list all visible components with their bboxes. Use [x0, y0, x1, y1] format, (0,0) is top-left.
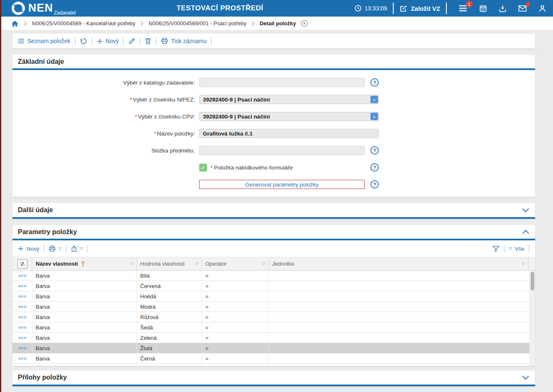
open-picker-button[interactable]: ›	[370, 96, 378, 103]
header-separator	[446, 2, 447, 14]
breadcrumb-item[interactable]: N006/25/V00004569 - Kancelářské potřeby	[32, 20, 135, 27]
field-row-nazev: *Název položky: Grafitová tužka č.1	[12, 129, 535, 138]
table-row[interactable]: Barva Černá =	[12, 353, 530, 364]
sort-asc-icon	[81, 261, 85, 267]
calendar-icon	[479, 5, 487, 12]
table-row[interactable]: Barva Hnědá =	[12, 291, 530, 302]
checkbox-label: * Položka nabídkového formuláře	[210, 165, 293, 171]
toolbar-separator	[504, 245, 504, 252]
field-label: Složka předmětu:	[12, 148, 195, 154]
nipez-picker-field[interactable]: 39292400-9 | Psací náčiní›	[199, 95, 379, 104]
export-menu-button[interactable]: ▽	[71, 245, 83, 252]
row-actions-icon[interactable]	[19, 358, 26, 360]
downloads-button[interactable]	[499, 5, 507, 12]
print-record-button[interactable]: Tisk záznamu	[161, 38, 207, 44]
list-items-button[interactable]: Seznam položek	[18, 38, 71, 44]
dropdown-triangle-icon: ▽	[58, 247, 61, 251]
breadcrumb-chevron-icon	[140, 21, 144, 26]
parameters-toolbar: Nový ▽ ▽ ▽ Vše	[12, 240, 535, 257]
field-row-katalog: Výběr z katalogu zadavatele: › ?	[12, 78, 535, 87]
column-filter-icon[interactable]: ▽	[262, 262, 265, 266]
column-header-jednotka[interactable]: Jednotka▽	[269, 257, 529, 270]
toolbar-separator	[75, 37, 76, 45]
open-picker-button[interactable]: ›	[370, 113, 378, 120]
row-actions-icon[interactable]	[19, 316, 26, 318]
chevron-down-icon[interactable]	[522, 208, 529, 213]
row-actions-icon[interactable]	[19, 337, 26, 339]
messages-button[interactable]	[518, 5, 527, 12]
menu-button[interactable]: 1	[458, 5, 468, 12]
column-filter-icon[interactable]: ▽	[130, 262, 133, 266]
column-filter-icon[interactable]: ▽	[195, 262, 198, 266]
header-separator	[393, 2, 394, 14]
row-actions-icon[interactable]	[19, 327, 26, 329]
close-tab-icon[interactable]	[301, 20, 308, 27]
row-actions-icon[interactable]	[19, 275, 26, 277]
table-row-selected[interactable]: Barva Žlutá =	[12, 343, 530, 353]
table-row[interactable]: Barva Šedá =	[12, 322, 530, 333]
print-record-label: Tisk záznamu	[171, 38, 207, 44]
pencil-icon	[128, 38, 135, 45]
profile-button[interactable]	[538, 5, 546, 12]
home-icon[interactable]	[11, 20, 19, 27]
toolbar-separator	[44, 245, 44, 252]
section-title: Další údaje	[18, 206, 53, 214]
filter-icon[interactable]	[492, 245, 499, 252]
new-parameter-button[interactable]: Nový	[18, 246, 39, 252]
table-row[interactable]: Barva Červená =	[12, 281, 530, 291]
katalog-picker-field[interactable]: ›	[199, 78, 365, 87]
column-filter-icon[interactable]: ▽	[522, 262, 525, 266]
help-icon[interactable]: ?	[370, 180, 379, 189]
row-actions-icon[interactable]	[19, 285, 26, 287]
nen-logo[interactable]: NEN Zadavatel	[11, 1, 76, 16]
printer-icon	[161, 38, 168, 44]
breadcrumb-item[interactable]: N006/25/V00004569/001 - Psací potřeby	[149, 20, 246, 27]
help-icon[interactable]: ?	[370, 163, 379, 172]
table-row[interactable]: Barva Bílá =	[12, 271, 530, 281]
toolbar-separator	[211, 37, 212, 45]
create-vz-button[interactable]: Založit VZ	[400, 5, 440, 12]
chevron-right-icon: ›	[374, 147, 376, 154]
clock-time: 13:33:09	[365, 5, 387, 12]
scrollbar-thumb[interactable]	[531, 272, 534, 290]
table-scrollbar[interactable]	[530, 271, 535, 366]
other-info-section: Další údaje	[12, 203, 535, 219]
mail-icon	[518, 5, 527, 12]
row-actions-icon[interactable]	[19, 295, 26, 298]
dropdown-triangle-icon: ▽	[509, 247, 512, 251]
calendar-button[interactable]	[479, 5, 487, 12]
row-actions-icon[interactable]	[19, 306, 26, 308]
row-actions-icon[interactable]	[19, 347, 26, 349]
top-header-bar: NEN Zadavatel TESTOVACÍ PROSTŘEDÍ 13:33:…	[0, 0, 553, 17]
slozka-picker-field[interactable]: ›	[199, 146, 365, 155]
chevron-down-icon[interactable]	[522, 375, 529, 380]
column-header-hodnota[interactable]: Hodnota vlastnosti▽	[137, 257, 202, 270]
filter-preset-dropdown[interactable]: ▽ Vše	[509, 246, 524, 252]
column-header-nazev[interactable]: Název vlastnosti▽	[32, 257, 137, 270]
table-row[interactable]: Barva Modrá =	[12, 302, 530, 312]
list-items-label: Seznam položek	[27, 38, 71, 44]
chevron-right-icon: ›	[374, 79, 376, 86]
parameters-section: Parametry položky Nový ▽ ▽ ▽ Vše	[12, 225, 535, 366]
refresh-button[interactable]	[80, 38, 87, 45]
column-settings-icon[interactable]	[17, 259, 27, 269]
attachments-section: Přílohy položky	[12, 370, 535, 386]
record-toolbar: Seznam položek Nový Tisk záznamu	[12, 34, 535, 48]
edit-button[interactable]	[128, 38, 135, 45]
field-label: Výběr z číselníku NIPEZ:	[133, 97, 195, 103]
table-row[interactable]: Barva Zelená =	[12, 333, 530, 343]
column-header-operator[interactable]: Operátor▽	[202, 257, 269, 270]
item-name-input[interactable]: Grafitová tužka č.1	[199, 129, 379, 138]
offer-form-checkbox[interactable]: ✓	[199, 164, 207, 172]
generate-parameters-button[interactable]: Generovat parametry položky	[199, 180, 365, 189]
new-button[interactable]: Nový	[97, 38, 119, 44]
print-menu-button[interactable]: ▽	[49, 246, 61, 252]
chevron-up-icon[interactable]	[522, 230, 529, 234]
export-icon	[71, 245, 77, 252]
required-asterisk: *	[135, 114, 137, 120]
delete-button[interactable]	[145, 38, 151, 44]
table-body: Barva Bílá = Barva Červená = Barva Hnědá…	[12, 271, 535, 366]
new-parameter-label: Nový	[27, 246, 39, 252]
cpv-picker-field[interactable]: 39292400-9 | Psací náčiní›	[199, 112, 379, 121]
table-row[interactable]: Barva Růžová =	[12, 312, 530, 322]
